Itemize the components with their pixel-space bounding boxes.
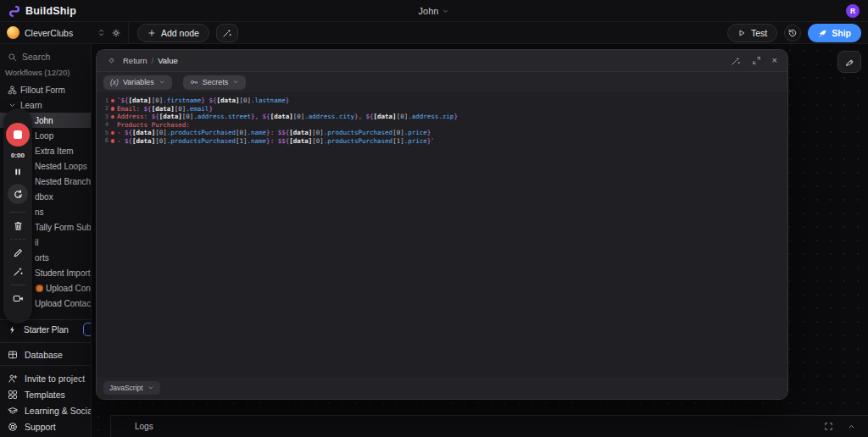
- code-line[interactable]: 5- ${[data][0].productsPurchased[0].name…: [97, 129, 787, 137]
- fullscreen-icon[interactable]: [824, 422, 833, 431]
- user-avatar[interactable]: R: [846, 4, 860, 18]
- logs-panel[interactable]: Logs: [110, 415, 868, 437]
- chevron-down-icon: [147, 384, 154, 391]
- cap-icon: [8, 406, 18, 416]
- variables-dropdown[interactable]: (x) Variables: [103, 75, 172, 90]
- workflow-title-dropdown[interactable]: John: [0, 0, 868, 22]
- buildship-app: BuildShip John R CleverClubs Add node: [0, 0, 868, 437]
- sidebar-item-label: dbox: [35, 192, 53, 202]
- plus-icon: [147, 29, 156, 37]
- history-icon: [787, 28, 798, 38]
- bolt-icon: [8, 325, 17, 335]
- sidebar-item-label: Learn: [20, 101, 42, 110]
- breadcrumb: Return / Value: [107, 56, 178, 65]
- sidebar-item-learning-socials[interactable]: Learning & Socials: [0, 402, 92, 418]
- effects-button[interactable]: [13, 266, 24, 277]
- add-node-button[interactable]: Add node: [137, 24, 209, 42]
- code-line[interactable]: 1`${[data][0].firstname} ${[data][0].las…: [97, 97, 787, 105]
- play-icon: [737, 29, 746, 37]
- workflows-header: Workflows (12/20): [5, 68, 70, 77]
- sidebar-item-label: Tally Form Submiss: [35, 223, 92, 232]
- project-switcher[interactable]: CleverClubs: [0, 22, 129, 43]
- sidebar-item-database[interactable]: Database: [0, 346, 92, 362]
- line-number: 4: [97, 121, 108, 128]
- expand-icon[interactable]: [752, 56, 761, 65]
- delete-recording-button[interactable]: [13, 220, 24, 231]
- pen-icon: [844, 57, 855, 68]
- modal-header: Return / Value ×: [97, 50, 787, 72]
- workflow-title: John: [419, 6, 439, 16]
- magic-wand-icon: [222, 28, 232, 38]
- variables-label: Variables: [123, 78, 154, 86]
- sidebar-item-invite-to-project[interactable]: Invite to project: [0, 370, 92, 386]
- ship-button[interactable]: Ship: [808, 24, 861, 42]
- code-line[interactable]: 3Address: ${[data][0].address.street}, $…: [97, 113, 787, 121]
- sidebar-item-label: orts: [35, 253, 49, 263]
- sidebar-divider: [0, 342, 92, 343]
- close-icon[interactable]: ×: [772, 56, 777, 65]
- sidebar-item-fillout-form[interactable]: Fillout Form: [0, 82, 92, 97]
- project-switch-icon[interactable]: [97, 28, 106, 37]
- gear-icon[interactable]: [111, 28, 121, 38]
- language-dropdown[interactable]: JavaScript: [103, 381, 160, 395]
- code-text: - ${[data][0].productsPurchased[0].name}…: [117, 129, 431, 136]
- restart-icon: [13, 189, 24, 200]
- code-line[interactable]: 6- ${[data][0].productsPurchased[1].name…: [97, 137, 787, 146]
- sidebar-item-label: Database: [25, 350, 63, 360]
- code-line[interactable]: 4Products Purchased:: [97, 121, 787, 130]
- screen-recorder-widget: 0:00: [3, 108, 32, 324]
- sidebar-item-label: Loop: [35, 131, 53, 141]
- sidebar-item-label: Fillout Form: [20, 86, 65, 95]
- ship-label: Ship: [832, 28, 851, 38]
- sidebar-item-label: Nested Loops: [35, 162, 87, 171]
- test-button[interactable]: Test: [727, 24, 777, 42]
- upgrade-button-partial[interactable]: [83, 323, 92, 336]
- support-icon: [8, 422, 18, 432]
- sidebar-item-label: Extra Item: [35, 147, 74, 156]
- sidebar-item-label: Invite to project: [25, 373, 85, 384]
- chevron-down-icon: [159, 79, 165, 86]
- search-input[interactable]: Search: [0, 49, 92, 64]
- code-line[interactable]: 2Email: ${[data][0].email}: [97, 105, 787, 113]
- annotate-pen-button[interactable]: [837, 51, 861, 73]
- editor-toolbar: (x) Variables Secrets: [97, 72, 787, 92]
- sidebar-item-label: Support: [25, 422, 56, 432]
- brand-name: BuildShip: [25, 5, 76, 17]
- recorder-divider: [10, 212, 25, 213]
- buildship-logo-icon: [8, 5, 20, 17]
- sitemap-icon: [8, 86, 17, 95]
- history-button[interactable]: [784, 25, 801, 41]
- sidebar-item-support[interactable]: Support: [0, 418, 92, 434]
- breadcrumb-separator: /: [152, 56, 154, 65]
- pause-button[interactable]: [13, 167, 23, 177]
- ai-wand-button[interactable]: [216, 24, 238, 42]
- stop-recording-button[interactable]: [6, 123, 30, 147]
- recorder-divider: [10, 239, 25, 240]
- ai-generate-icon[interactable]: [731, 56, 741, 66]
- breadcrumb-node[interactable]: Return: [123, 56, 147, 65]
- sidebar-item-label: ns: [35, 207, 44, 217]
- secrets-dropdown[interactable]: Secrets: [183, 75, 247, 90]
- restart-recording-button[interactable]: [8, 184, 28, 204]
- basketball-icon: [36, 285, 43, 292]
- workflow-toolbar: CleverClubs Add node Test Ship: [0, 22, 868, 44]
- error-dot: [108, 107, 117, 111]
- sidebar-item-label: Upload Contacts: [46, 284, 92, 293]
- node-editor-modal: Return / Value × (x) Variables Secrets: [96, 49, 788, 400]
- code-editor[interactable]: 1`${[data][0].firstname} ${[data][0].las…: [97, 92, 787, 377]
- test-label: Test: [751, 28, 767, 38]
- rocket-icon: [818, 29, 827, 38]
- chevron-up-icon[interactable]: [847, 422, 856, 431]
- breadcrumb-field[interactable]: Value: [158, 56, 178, 65]
- code-text: Email: ${[data][0].email}: [117, 105, 213, 113]
- sidebar-item-label: il: [35, 238, 38, 247]
- chevron-down-icon: [442, 8, 449, 15]
- sidebar-item-templates[interactable]: Templates: [0, 386, 92, 402]
- buildship-logo[interactable]: BuildShip: [8, 5, 76, 17]
- line-number: 1: [97, 97, 108, 104]
- camera-toggle-button[interactable]: [13, 293, 24, 304]
- error-dot: [108, 99, 117, 103]
- chevron-down-icon: [232, 79, 239, 86]
- draw-tool-button[interactable]: [13, 247, 24, 258]
- project-logo: [7, 26, 19, 39]
